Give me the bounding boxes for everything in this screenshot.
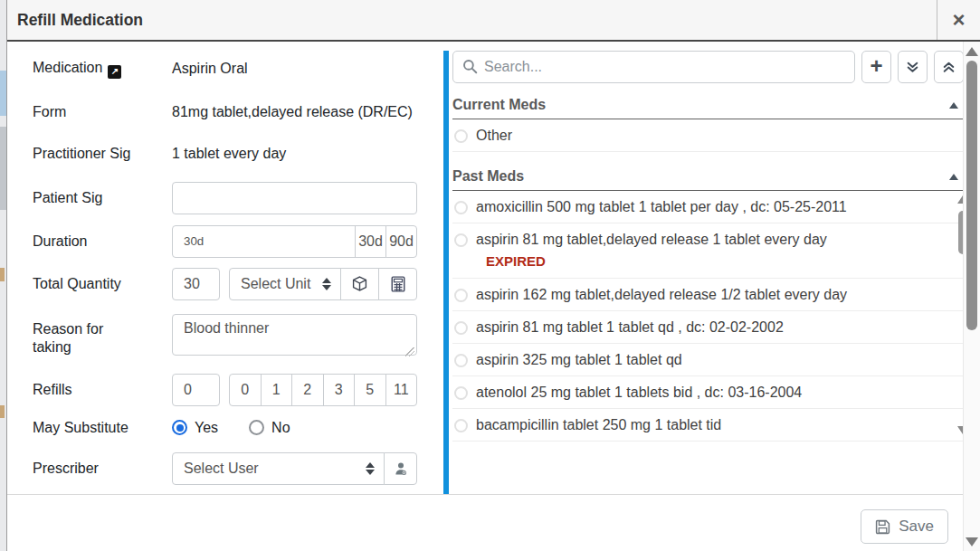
item-radio[interactable] xyxy=(454,419,468,432)
dialog-scrollbar[interactable] xyxy=(963,42,980,551)
unit-select-value: Select Unit xyxy=(241,276,310,292)
past-med-item[interactable]: amoxicillin 500 mg tablet 1 tablet per d… xyxy=(452,191,964,223)
collapse-all-button[interactable] xyxy=(934,51,964,83)
may-substitute-label: May Substitute xyxy=(33,419,145,437)
refill-form: Medication↗ Aspirin Oral Form 81mg table… xyxy=(7,42,443,494)
past-med-item[interactable]: aspirin 162 mg tablet,delayed release 1/… xyxy=(452,279,964,311)
refills-0-button[interactable]: 0 xyxy=(229,374,262,406)
external-link-icon[interactable]: ↗ xyxy=(108,65,121,79)
item-text: Other xyxy=(476,128,512,144)
item-radio[interactable] xyxy=(454,289,468,302)
background-fragment xyxy=(0,127,6,210)
duration-label: Duration xyxy=(33,233,145,251)
reason-textarea[interactable]: Blood thinner xyxy=(172,314,417,356)
substitute-yes-radio[interactable] xyxy=(172,420,187,435)
close-icon: × xyxy=(952,9,965,31)
background-page-sliver xyxy=(0,0,6,551)
practitioner-sig-label: Practitioner Sig xyxy=(33,145,145,163)
dialog-footer: Save xyxy=(7,494,980,551)
medication-value: Aspirin Oral xyxy=(172,61,248,77)
item-text: aspirin 325 mg tablet 1 tablet qd xyxy=(476,352,682,368)
dialog-title: Refill Medication xyxy=(7,11,937,30)
background-fragment xyxy=(0,268,5,281)
prescriber-select[interactable]: Select User xyxy=(172,452,385,485)
item-text: atenolol 25 mg tablet 1 tablets bid , dc… xyxy=(476,385,802,401)
save-button[interactable]: Save xyxy=(861,509,948,544)
unit-select[interactable]: Select Unit xyxy=(229,268,341,300)
past-med-item[interactable]: aspirin 81 mg tablet 1 tablet qd , dc: 0… xyxy=(452,311,964,344)
prescriber-label: Prescriber xyxy=(33,460,145,478)
close-button[interactable]: × xyxy=(937,0,980,40)
patient-sig-input[interactable] xyxy=(172,182,417,214)
medication-label: Medication↗ xyxy=(33,59,145,79)
sort-arrows-icon xyxy=(366,462,375,475)
scroll-down-arrow[interactable] xyxy=(966,537,978,546)
caret-up-icon xyxy=(949,174,958,180)
patient-sig-label: Patient Sig xyxy=(33,189,145,207)
form-value: 81mg tablet,delayed release (DR/EC) xyxy=(172,104,413,120)
caret-up-icon xyxy=(949,102,958,109)
item-radio[interactable] xyxy=(454,233,468,247)
refills-3-button[interactable]: 3 xyxy=(323,374,356,406)
scroll-up-arrow[interactable] xyxy=(966,47,978,56)
item-radio[interactable] xyxy=(454,201,468,214)
meds-search-row: + xyxy=(452,51,964,83)
dialog-body: Medication↗ Aspirin Oral Form 81mg table… xyxy=(7,42,980,494)
total-quantity-input[interactable] xyxy=(172,268,220,300)
scrollbar-thumb[interactable] xyxy=(966,61,977,330)
item-text: aspirin 81 mg tablet 1 tablet qd , dc: 0… xyxy=(476,319,784,336)
substitute-yes-label: Yes xyxy=(195,420,218,436)
sort-arrows-icon xyxy=(322,278,331,290)
item-text: bacampicillin tablet 250 mg 1 tablet tid xyxy=(476,417,721,433)
refills-label: Refills xyxy=(33,381,145,399)
prescriber-lookup-button[interactable] xyxy=(384,452,417,485)
past-meds-header[interactable]: Past Meds xyxy=(452,165,964,191)
substitute-no-label: No xyxy=(271,420,290,436)
past-meds-list: amoxicillin 500 mg tablet 1 tablet per d… xyxy=(452,191,964,443)
item-text: amoxicillin 500 mg tablet 1 tablet per d… xyxy=(476,199,847,215)
form-label: Form xyxy=(33,103,145,121)
item-text: aspirin 81 mg tablet,delayed release 1 t… xyxy=(476,232,827,248)
plus-icon: + xyxy=(870,55,882,77)
package-lookup-button[interactable] xyxy=(340,268,379,300)
expand-all-button[interactable] xyxy=(898,51,928,83)
duration-90d-button[interactable]: 90d xyxy=(385,225,417,258)
meds-search-input[interactable] xyxy=(452,51,855,83)
past-med-item[interactable]: bacampicillin tablet 250 mg 1 tablet tid xyxy=(452,409,964,442)
item-radio[interactable] xyxy=(454,129,468,143)
past-med-item[interactable]: aspirin 81 mg tablet,delayed release 1 t… xyxy=(452,223,964,279)
item-text: aspirin 162 mg tablet,delayed release 1/… xyxy=(476,287,847,303)
screen: Refill Medication × Medication↗ Aspirin … xyxy=(0,0,980,551)
refills-1-button[interactable]: 1 xyxy=(261,374,293,406)
duration-30d-button[interactable]: 30d xyxy=(355,225,386,258)
search-icon xyxy=(462,59,478,74)
refills-input[interactable] xyxy=(172,374,220,406)
item-radio[interactable] xyxy=(454,354,468,367)
duration-input[interactable] xyxy=(172,225,356,258)
past-med-item[interactable]: aspirin 325 mg tablet 1 tablet qd xyxy=(452,344,964,376)
current-meds-header[interactable]: Current Meds xyxy=(452,93,964,119)
refill-medication-dialog: Refill Medication × Medication↗ Aspirin … xyxy=(6,0,980,551)
double-chevron-up-icon xyxy=(942,61,956,74)
prescriber-select-value: Select User xyxy=(184,461,259,477)
current-med-item-other[interactable]: Other xyxy=(452,119,964,152)
expired-badge: EXPIRED xyxy=(486,253,964,269)
add-med-button[interactable]: + xyxy=(861,51,891,83)
background-fragment xyxy=(0,405,5,418)
refills-5-button[interactable]: 5 xyxy=(354,374,386,406)
calculator-icon xyxy=(391,276,405,292)
refills-11-button[interactable]: 11 xyxy=(385,374,418,406)
item-radio[interactable] xyxy=(454,386,468,400)
calculate-quantity-button[interactable] xyxy=(378,268,417,300)
reason-label: Reason for taking xyxy=(33,314,145,356)
refills-2-button[interactable]: 2 xyxy=(291,374,324,406)
past-med-item[interactable]: atenolol 25 mg tablet 1 tablets bid , dc… xyxy=(452,376,964,409)
item-radio[interactable] xyxy=(454,321,468,335)
section-title: Current Meds xyxy=(452,97,546,113)
total-quantity-label: Total Quantity xyxy=(33,275,145,293)
dialog-header: Refill Medication × xyxy=(7,0,980,42)
section-title: Past Meds xyxy=(452,168,524,185)
cube-icon xyxy=(352,276,367,291)
double-chevron-down-icon xyxy=(906,61,919,74)
substitute-no-radio[interactable] xyxy=(249,420,264,435)
